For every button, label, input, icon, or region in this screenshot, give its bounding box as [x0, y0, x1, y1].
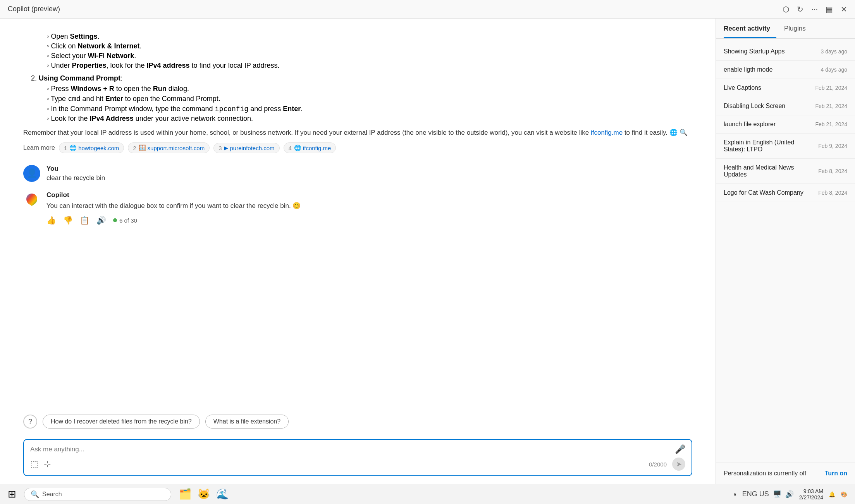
source-3[interactable]: 3 ▶ pureinfotech.com — [213, 143, 279, 153]
tab-plugins[interactable]: Plugins — [784, 19, 812, 38]
activity-item-6[interactable]: Explain in English (United States): LTPO… — [716, 134, 855, 159]
app-title: Copilot (preview) — [8, 5, 783, 13]
edge-icon[interactable]: 🌊 — [216, 488, 229, 500]
activity-title-7: Health and Medical News Updates — [724, 164, 814, 178]
refresh-icon[interactable]: ↻ — [797, 5, 803, 14]
source-3-label: pureinfotech.com — [230, 145, 274, 151]
input-row: 🎤 — [30, 444, 685, 454]
activity-time-1: 3 days ago — [821, 48, 848, 55]
learn-more-label: Learn more — [23, 144, 55, 151]
sidebar: Recent activity Plugins Showing Startup … — [716, 19, 855, 484]
activity-time-6: Feb 9, 2024 — [818, 143, 847, 149]
activity-time-7: Feb 8, 2024 — [818, 168, 847, 174]
copilot-recycle-text: You can interact with the dialogue box t… — [46, 201, 301, 211]
sidebar-toggle-icon[interactable]: ▤ — [826, 5, 833, 14]
tab-recent-activity[interactable]: Recent activity — [724, 19, 776, 38]
activity-time-8: Feb 8, 2024 — [818, 190, 847, 196]
chevron-up-icon[interactable]: ∧ — [733, 491, 737, 497]
activity-item-7[interactable]: Health and Medical News Updates Feb 8, 2… — [716, 159, 855, 184]
activity-item-8[interactable]: Logo for Cat Wash Company Feb 8, 2024 — [716, 184, 855, 202]
close-icon[interactable]: ✕ — [841, 5, 847, 14]
step-open-settings: ◦ Open Settings. — [46, 33, 692, 41]
taskbar-middle: 🗂️ 🐱 🌊 — [179, 488, 229, 500]
source-4[interactable]: 4 🌐 ifconfig.me — [284, 142, 336, 153]
remember-text: Remember that your local IP address is u… — [23, 127, 692, 138]
input-area: 🎤 ⬚ ⊹ 0/2000 ➤ — [0, 435, 716, 484]
suggestions: ? How do I recover deleted files from th… — [0, 411, 716, 435]
count-label: 6 of 30 — [119, 217, 137, 224]
time-display: 9:03 AM — [799, 488, 823, 494]
copy-icon[interactable]: 📋 — [80, 216, 89, 225]
file-manager-icon[interactable]: 🗂️ — [179, 488, 191, 500]
activity-title-2: enable ligth mode — [724, 66, 772, 73]
user-message-text: clear the recycle bin — [46, 174, 105, 182]
activity-title-8: Logo for Cat Wash Company — [724, 189, 803, 196]
char-count: 0/2000 — [649, 461, 667, 468]
activity-item-2[interactable]: enable ligth mode 4 days ago — [716, 61, 855, 79]
activity-time-3: Feb 21, 2024 — [815, 85, 847, 91]
screenshot-icon[interactable]: ⬚ — [30, 459, 38, 469]
thumbs-up-icon[interactable]: 👍 — [46, 216, 56, 225]
taskbar-right: ∧ ENG US 🖥️ 🔊 9:03 AM 2/27/2024 🔔 🎨 — [733, 488, 847, 501]
chat-messages: ◦ Open Settings. ◦ Click on Network & In… — [0, 19, 716, 411]
title-bar: Copilot (preview) ⬡ ↻ ··· ▤ ✕ — [0, 0, 855, 19]
activity-item-4[interactable]: Disabling Lock Screen Feb 21, 2024 — [716, 97, 855, 115]
area-select-icon[interactable]: ⊹ — [44, 459, 51, 469]
taskbar-search[interactable]: 🔍 Search — [24, 488, 171, 501]
send-button[interactable]: ➤ — [672, 458, 685, 471]
sidebar-tabs: Recent activity Plugins — [716, 19, 855, 39]
step-properties: ◦ Under Properties, look for the IPv4 ad… — [46, 62, 692, 70]
personalization-bar: Personalization is currently off Turn on — [716, 463, 855, 484]
cmd-step-run: ◦ Press Windows + R to open the Run dial… — [46, 85, 692, 93]
learn-more: Learn more 1 🌐 howtogeek.com 2 🪟 support… — [23, 142, 692, 153]
copilot-recycle-response-block: Copilot You can interact with the dialog… — [23, 191, 692, 225]
cat-icon[interactable]: 🐱 — [198, 488, 210, 500]
command-prompt-title: Using Command Prompt — [39, 74, 120, 82]
source-4-label: ifconfig.me — [303, 145, 331, 151]
open-external-icon[interactable]: ⬡ — [783, 5, 789, 14]
turn-on-button[interactable]: Turn on — [825, 470, 847, 477]
activity-title-4: Disabling Lock Screen — [724, 103, 785, 110]
source-2-label: support.microsoft.com — [148, 145, 205, 151]
chat-input[interactable] — [30, 446, 675, 453]
speaker-icon[interactable]: 🔊 — [96, 216, 106, 225]
cmd-step-ipv4: ◦ Look for the IPv4 Address under your a… — [46, 115, 692, 123]
suggestion-2[interactable]: What is a file extension? — [205, 415, 289, 429]
user-avatar: 👤 — [23, 165, 40, 182]
volume-icon[interactable]: 🔊 — [785, 490, 794, 499]
activity-title-6: Explain in English (United States): LTPO — [724, 139, 814, 153]
start-button[interactable]: ⊞ — [8, 488, 16, 500]
step-wifi: ◦ Select your Wi-Fi Network. — [46, 52, 692, 60]
chat-area: ◦ Open Settings. ◦ Click on Network & In… — [0, 19, 716, 484]
activity-title-3: Live Captions — [724, 84, 761, 91]
source-1[interactable]: 1 🌐 howtogeek.com — [59, 142, 124, 153]
input-bottom-row: ⬚ ⊹ 0/2000 ➤ — [30, 458, 685, 471]
cmd-step-cmd: ◦ Type cmd and hit Enter to open the Com… — [46, 94, 692, 103]
more-icon[interactable]: ··· — [811, 5, 818, 14]
suggestion-1[interactable]: How do I recover deleted files from the … — [43, 415, 200, 429]
source-2[interactable]: 2 🪟 support.microsoft.com — [128, 142, 210, 153]
thumbs-down-icon[interactable]: 👎 — [63, 216, 73, 225]
step-network: ◦ Click on Network & Internet. — [46, 42, 692, 50]
response-count: 6 of 30 — [113, 217, 137, 224]
message-actions: 👍 👎 📋 🔊 6 of 30 — [46, 216, 301, 225]
search-label: Search — [42, 491, 62, 498]
activity-item-5[interactable]: launch file explorer Feb 21, 2024 — [716, 115, 855, 134]
copilot-ip-response: ◦ Open Settings. ◦ Click on Network & In… — [23, 33, 692, 153]
suggestion-icon: ? — [23, 415, 37, 429]
notification-icon[interactable]: 🔔 — [829, 491, 835, 497]
personalization-text: Personalization is currently off — [724, 470, 806, 477]
activity-item-3[interactable]: Live Captions Feb 21, 2024 — [716, 79, 855, 97]
activity-item-1[interactable]: Showing Startup Apps 3 days ago — [716, 43, 855, 61]
date-display: 2/27/2024 — [799, 494, 823, 501]
main-layout: ◦ Open Settings. ◦ Click on Network & In… — [0, 19, 855, 484]
user-name: You — [46, 165, 105, 173]
cmd-steps: ◦ Press Windows + R to open the Run dial… — [31, 85, 692, 123]
display-icon[interactable]: 🖥️ — [773, 490, 781, 499]
mic-icon[interactable]: 🎤 — [675, 444, 685, 454]
copilot-taskbar-icon[interactable]: 🎨 — [841, 491, 847, 497]
green-dot — [113, 218, 117, 222]
title-bar-actions: ⬡ ↻ ··· ▤ ✕ — [783, 5, 847, 14]
user-message-block: 👤 You clear the recycle bin — [23, 165, 692, 182]
ifconfig-link[interactable]: ifconfig.me — [591, 129, 623, 136]
